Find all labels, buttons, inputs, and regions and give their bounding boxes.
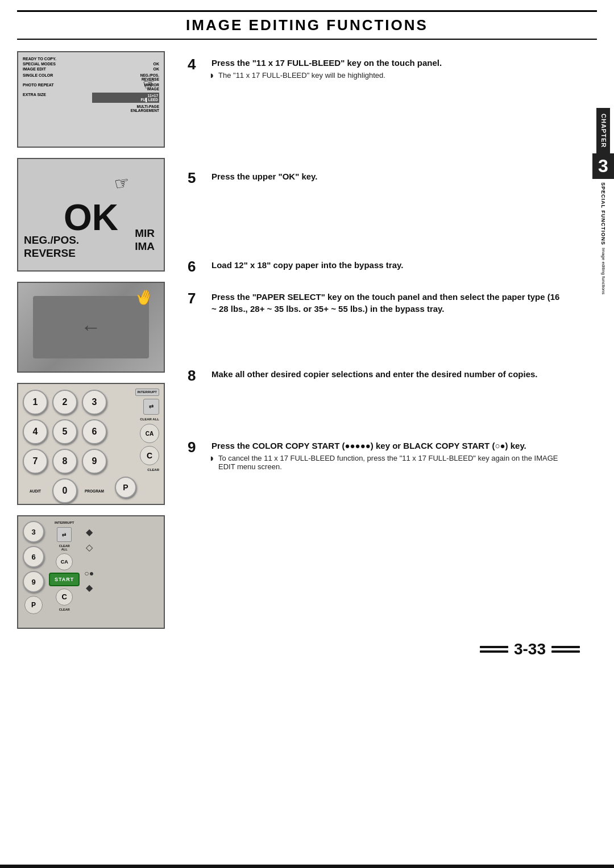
step-8-number: 8 [188,368,206,383]
panel-mid-btns: INTERRUPT ⇄ CLEARALL CA START C CLEAR [49,521,80,611]
screen-extra-size-row: EXTRA SIZE [23,93,90,103]
screen-single-color: SINGLE COLOR [23,73,90,81]
step-4-number: 4 [188,57,206,72]
keypad-row-bottom: AUDIT 0 PROGRAM [23,478,159,503]
panel-left-nums: 3 6 9 P [23,521,44,614]
main-content: READY TO COPY. SPECIAL MODES OK IMAGE ED… [17,51,597,629]
panel-key-6: 6 [23,546,44,567]
step-5-content: Press the upper "OK" key. [211,170,563,185]
step-6-number: 6 [188,259,206,274]
keypad-image: 1 2 3 4 5 6 7 8 9 AUDIT 0 PROGRAM [17,383,165,505]
panel-clear-label: CLEAR [59,608,70,611]
step-8-content: Make all other desired copier selections… [211,368,563,382]
screen-ok1: OK [154,62,160,66]
ca-btn: CA [140,424,159,443]
key-9: 9 [82,449,107,474]
c-btn: C [140,446,159,465]
panel-interrupt-icon: ⇄ [57,527,72,542]
ok-large-text: OK [64,199,118,236]
right-instructions-column: 4 Press the "11 x 17 FULL-BLEED" key on … [165,51,597,629]
step-6-content: Load 12" x 18" copy paper into the bypas… [211,259,563,273]
step-9-number: 9 [188,440,206,454]
diamond-3: ◆ [86,582,93,593]
key-0: 0 [52,478,77,503]
step-7-number: 7 [188,291,206,306]
neg-pos-large: NEG./POS.REVERSE [24,234,79,260]
clear-label-keypad: CLEAR [147,468,159,471]
screen-multi-page: MULTI-PAGEENLARGEMENT [92,105,160,112]
page-lines [480,646,508,653]
key-1: 1 [23,390,48,415]
panel-right-symbols: ◆ ◇ ○● ◆ [84,521,94,593]
panel-ca-btn: CA [56,553,73,570]
step-6-title: Load 12" x 18" copy paper into the bypas… [211,259,563,271]
bottom-bar [0,865,614,868]
page-lines-right [551,646,580,653]
p-btn: P [115,477,136,498]
sub-label: Image editing functions [600,248,606,294]
step-4-title: Press the "11 x 17 FULL-BLEED" key on th… [211,57,563,69]
chapter-tab: CHAPTER 3 SPECIAL FUNCTIONS Image editin… [592,108,614,294]
page-line-r-top [551,646,580,648]
chapter-label: CHAPTER [596,108,609,153]
panel-p-btn: P [24,596,43,614]
step-7: 7 Press the "PAPER SELECT" key on the to… [188,291,563,317]
panel-key-9: 9 [23,571,44,592]
finger-icon-2: ☞ [113,172,131,194]
bypass-tray-image: ← 🤚 [17,282,165,373]
audit-label: AUDIT [23,489,48,493]
step-5-title: Press the upper "OK" key. [211,170,563,182]
screen-ok2: OK [154,67,160,71]
keypad-side-buttons: INTERRUPT ⇄ CLEAR ALL CA C CLEAR [135,389,159,471]
key-5: 5 [52,419,77,444]
page-line-r-bottom [551,650,580,653]
screen-photo-repeat: PHOTO REPEAT [23,83,90,91]
ok-screen-image: OK NEG./POS.REVERSE MIRIMA ☞ [17,158,165,272]
screen-full-bleed-btn: 11×17FU▌LEED [92,93,160,103]
diamond-1: ◆ [86,527,93,537]
tray-body: ← [33,296,150,358]
screen-extra-size-label: EXTRA SIZE [23,93,46,97]
key-2: 2 [52,390,77,415]
page-number: 3-33 [514,640,546,658]
key-6: 6 [82,419,107,444]
panel-layout: 3 6 9 P INTERRUPT ⇄ CLEARALL CA START C … [23,521,159,614]
special-functions-label: SPECIAL FUNCTIONS [600,182,607,245]
page-header: IMAGE EDITING FUNCTIONS [17,10,597,40]
chapter-number: 3 [592,153,614,179]
page-number-box: 3-33 [480,640,580,658]
page-line-bottom [480,650,508,653]
step-4-note: The "11 x 17 FULL-BLEED" key will be hig… [211,71,563,80]
mirror-image-large: MIRIMA [135,227,155,253]
circle-dot: ○● [84,569,94,578]
page-footer: 3-33 [0,635,614,670]
clear-all-label: CLEAR ALL [140,418,159,422]
step-4: 4 Press the "11 x 17 FULL-BLEED" key on … [188,57,563,80]
panel-interrupt-label: INTERRUPT [55,521,74,525]
step-9-note: To cancel the 11 x 17 FULL-BLEED functio… [211,454,563,471]
page-line-top [480,646,508,648]
step-8-title: Make all other desired copier selections… [211,368,563,380]
left-images-column: READY TO COPY. SPECIAL MODES OK IMAGE ED… [17,51,165,629]
panel-key-3: 3 [23,521,44,542]
panel-start-btn: START [49,573,80,586]
step-7-title: Press the "PAPER SELECT" key on the touc… [211,291,563,315]
step-6: 6 Load 12" x 18" copy paper into the byp… [188,259,563,274]
page-title: IMAGE EDITING FUNCTIONS [17,16,597,34]
step-5: 5 Press the upper "OK" key. [188,170,563,185]
control-panel-image: 3 6 9 P INTERRUPT ⇄ CLEARALL CA START C … [17,515,165,629]
step-7-content: Press the "PAPER SELECT" key on the touc… [211,291,563,317]
copier-screen-image: READY TO COPY. SPECIAL MODES OK IMAGE ED… [17,51,165,148]
key-8: 8 [52,449,77,474]
key-3: 3 [82,390,107,415]
step-9: 9 Press the COLOR COPY START (●●●●●) key… [188,440,563,471]
diamond-2: ◇ [86,542,93,553]
screen-image-edit: IMAGE EDIT [23,67,46,71]
tray-arrow-icon: ← [81,315,101,339]
step-5-number: 5 [188,170,206,185]
step-4-content: Press the "11 x 17 FULL-BLEED" key on th… [211,57,563,80]
screen-ready-label: READY TO COPY. [23,57,159,61]
panel-c-btn: C [56,589,73,606]
key-7: 7 [23,449,48,474]
screen-special-modes: SPECIAL MODES [23,62,56,66]
